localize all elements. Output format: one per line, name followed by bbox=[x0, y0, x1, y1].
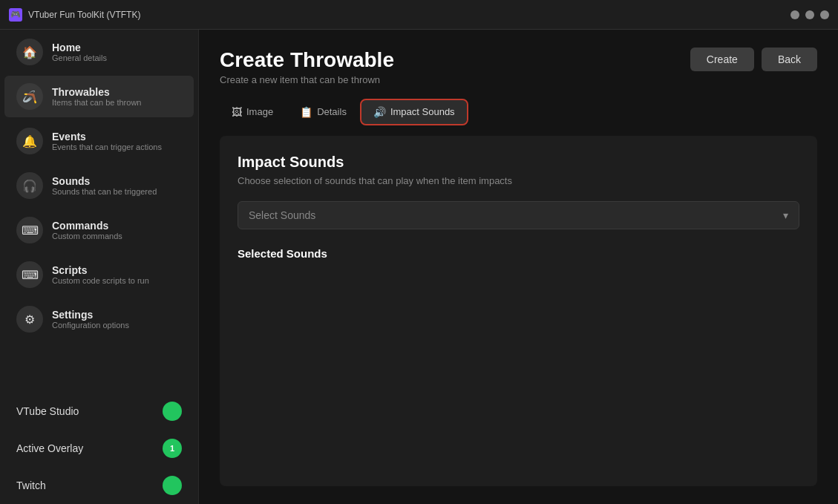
app-icon: 🎮 bbox=[9, 8, 22, 22]
sidebar-label-commands: Commands bbox=[52, 220, 122, 232]
sidebar-label-throwables: Throwables bbox=[52, 86, 141, 98]
twitch-label: Twitch bbox=[16, 480, 46, 491]
app-title: VTuber Fun ToolKit (VTFTK) bbox=[28, 10, 140, 20]
events-icon: 🔔 bbox=[16, 128, 43, 154]
app-body: 🏠 Home General details 🪃 Throwables Item… bbox=[0, 30, 838, 504]
page-subtitle: Create a new item that can be thrown bbox=[220, 74, 394, 85]
details-tab-icon: 📋 bbox=[300, 106, 312, 118]
tab-details-label: Details bbox=[317, 106, 347, 117]
sidebar-sublabel-home: General details bbox=[52, 53, 107, 62]
sidebar-label-events: Events bbox=[52, 131, 162, 143]
active-overlay-status: 1 bbox=[163, 439, 182, 458]
active-overlay-label: Active Overlay bbox=[16, 442, 83, 454]
sidebar-item-scripts[interactable]: ⌨ Scripts Custom code scripts to run bbox=[4, 254, 194, 295]
sidebar-item-settings[interactable]: ⚙ Settings Configuration options bbox=[4, 298, 194, 340]
page-title: Create Throwable bbox=[220, 48, 394, 73]
main-content: Create Throwable Create a new item that … bbox=[199, 30, 838, 504]
minimize-button[interactable] bbox=[790, 10, 799, 19]
sidebar-item-sounds[interactable]: 🎧 Sounds Sounds that can be triggered bbox=[4, 165, 194, 206]
header-buttons: Create Back bbox=[690, 48, 817, 71]
sidebar-item-active-overlay[interactable]: Active Overlay 1 bbox=[4, 431, 194, 465]
create-button[interactable]: Create bbox=[690, 48, 754, 71]
sidebar-sublabel-throwables: Items that can be thrown bbox=[52, 98, 141, 107]
commands-icon: ⌨ bbox=[16, 217, 43, 243]
tab-impact-sounds-label: Impact Sounds bbox=[390, 106, 455, 117]
vtube-studio-label: VTube Studio bbox=[16, 405, 79, 417]
scripts-icon: ⌨ bbox=[16, 261, 43, 288]
sidebar-sublabel-settings: Configuration options bbox=[52, 321, 129, 330]
tab-image-label: Image bbox=[246, 106, 273, 117]
close-button[interactable] bbox=[820, 10, 829, 19]
sidebar-sublabel-sounds: Sounds that can be triggered bbox=[52, 187, 157, 196]
sidebar-item-home[interactable]: 🏠 Home General details bbox=[4, 31, 194, 73]
back-button[interactable]: Back bbox=[762, 48, 817, 71]
sidebar-label-settings: Settings bbox=[52, 309, 129, 321]
content-panel: Impact Sounds Choose selection of sounds… bbox=[220, 136, 817, 486]
home-icon: 🏠 bbox=[16, 39, 43, 65]
sidebar: 🏠 Home General details 🪃 Throwables Item… bbox=[0, 30, 199, 504]
sidebar-label-sounds: Sounds bbox=[52, 175, 157, 187]
impact-sounds-tab-icon: 🔊 bbox=[373, 106, 386, 118]
page-header: Create Throwable Create a new item that … bbox=[220, 48, 817, 85]
window-controls[interactable] bbox=[790, 10, 829, 19]
sidebar-spacer bbox=[0, 341, 198, 393]
select-sounds-dropdown[interactable]: Select Sounds ▾ bbox=[238, 201, 799, 229]
settings-icon: ⚙ bbox=[16, 306, 43, 333]
titlebar-left: 🎮 VTuber Fun ToolKit (VTFTK) bbox=[9, 8, 140, 22]
tab-image[interactable]: 🖼 Image bbox=[220, 100, 285, 124]
panel-description: Choose selection of sounds that can play… bbox=[238, 175, 799, 186]
tab-impact-sounds[interactable]: 🔊 Impact Sounds bbox=[361, 100, 467, 124]
sidebar-sublabel-scripts: Custom code scripts to run bbox=[52, 276, 149, 285]
sidebar-sublabel-events: Events that can trigger actions bbox=[52, 143, 162, 151]
panel-title: Impact Sounds bbox=[238, 154, 799, 171]
throwables-icon: 🪃 bbox=[16, 83, 43, 110]
vtube-studio-status bbox=[163, 402, 182, 421]
sidebar-item-throwables[interactable]: 🪃 Throwables Items that can be thrown bbox=[4, 76, 194, 117]
sidebar-sublabel-commands: Custom commands bbox=[52, 232, 122, 240]
sidebar-item-vtube-studio[interactable]: VTube Studio bbox=[4, 394, 194, 428]
select-sounds-placeholder: Select Sounds bbox=[249, 209, 315, 221]
sidebar-label-scripts: Scripts bbox=[52, 264, 149, 276]
dropdown-chevron-icon: ▾ bbox=[783, 209, 788, 221]
selected-sounds-label: Selected Sounds bbox=[238, 247, 799, 260]
image-tab-icon: 🖼 bbox=[232, 106, 242, 118]
sidebar-label-home: Home bbox=[52, 42, 107, 53]
sidebar-item-commands[interactable]: ⌨ Commands Custom commands bbox=[4, 209, 194, 251]
sounds-icon: 🎧 bbox=[16, 172, 43, 199]
maximize-button[interactable] bbox=[805, 10, 814, 19]
tab-details[interactable]: 📋 Details bbox=[288, 100, 359, 124]
titlebar: 🎮 VTuber Fun ToolKit (VTFTK) bbox=[0, 0, 838, 30]
sidebar-item-events[interactable]: 🔔 Events Events that can trigger actions bbox=[4, 120, 194, 162]
twitch-status bbox=[163, 476, 182, 495]
tabs: 🖼 Image 📋 Details 🔊 Impact Sounds bbox=[220, 100, 817, 124]
sidebar-item-twitch[interactable]: Twitch bbox=[4, 468, 194, 503]
